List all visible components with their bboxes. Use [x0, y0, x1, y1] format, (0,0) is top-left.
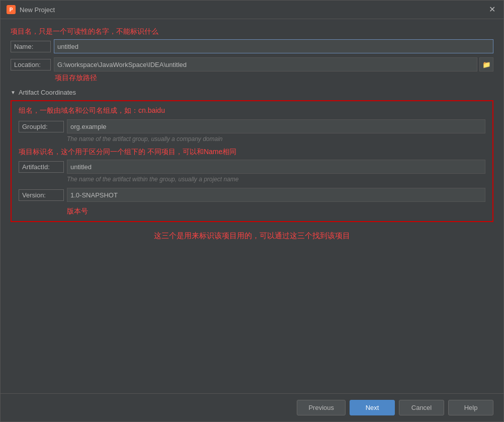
close-button[interactable]: ✕: [487, 5, 497, 15]
version-annotation: 版本号: [67, 207, 485, 216]
version-label: Version:: [19, 189, 64, 201]
app-icon: P: [7, 5, 16, 14]
name-label: Name:: [11, 41, 51, 52]
version-input[interactable]: [67, 188, 485, 202]
name-input[interactable]: [54, 39, 493, 53]
bottom-annotation: 这三个是用来标识该项目用的，可以通过这三个找到该项目: [11, 231, 493, 241]
artifactid-field-row: ArtifactId:: [19, 160, 485, 174]
groupid-description: The name of the artifact group, usually …: [67, 135, 223, 143]
cancel-button[interactable]: Cancel: [399, 400, 444, 415]
name-row: Name:: [11, 39, 493, 53]
artifactid-description: The name of the artifact within the grou…: [67, 176, 239, 183]
dialog-title: New Project: [20, 6, 483, 14]
dialog-footer: Previous Next Cancel Help: [1, 393, 503, 421]
artifact-section-header: ▼ Artifact Coordinates: [11, 89, 493, 96]
name-annotation: 项目名，只是一个可读性的名字，不能标识什么: [11, 27, 493, 36]
version-field-row: Version:: [19, 188, 485, 202]
help-button[interactable]: Help: [448, 400, 493, 415]
collapse-arrow: ▼: [11, 90, 16, 95]
folder-icon: 📁: [482, 61, 491, 68]
groupid-label: GroupId:: [19, 121, 64, 132]
location-row: Location: 📁: [11, 57, 493, 72]
artifactid-input[interactable]: [67, 160, 485, 174]
location-label: Location:: [11, 59, 51, 71]
artifact-section-title: Artifact Coordinates: [19, 89, 76, 96]
artifactid-row: ArtifactId: The name of the artifact wit…: [19, 160, 485, 183]
groupid-row: GroupId: The name of the artifact group,…: [19, 119, 485, 143]
groupid-field-row: GroupId:: [19, 119, 485, 133]
previous-button[interactable]: Previous: [297, 400, 346, 415]
dialog-content: 项目名，只是一个可读性的名字，不能标识什么 Name: Location: 📁 …: [1, 19, 503, 393]
groupid-annotation: 组名，一般由域名和公司名组成，如：cn.baidu: [19, 106, 485, 115]
next-button[interactable]: Next: [350, 400, 395, 415]
groupid-input[interactable]: [67, 119, 485, 133]
location-annotation: 项目存放路径: [55, 74, 493, 83]
artifactid-label: ArtifactId:: [19, 161, 64, 173]
title-bar: P New Project ✕: [1, 1, 503, 19]
artifact-coordinates-section: 组名，一般由域名和公司名组成，如：cn.baidu GroupId: The n…: [11, 100, 493, 222]
browse-button[interactable]: 📁: [479, 57, 493, 72]
location-input[interactable]: [54, 57, 477, 72]
version-row: Version:: [19, 188, 485, 202]
artifactid-annotation: 项目标识名，这个用于区分同一个组下的 不同项目，可以和Name相同: [19, 148, 485, 157]
new-project-dialog: P New Project ✕ 项目名，只是一个可读性的名字，不能标识什么 Na…: [0, 0, 504, 422]
